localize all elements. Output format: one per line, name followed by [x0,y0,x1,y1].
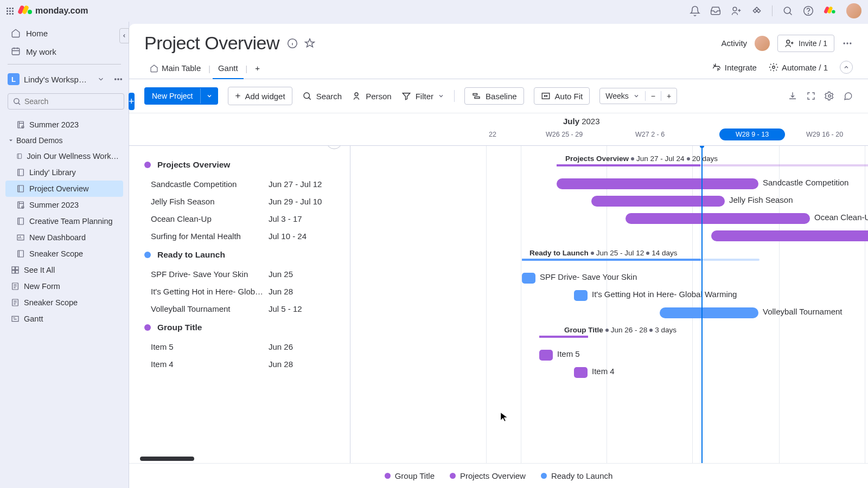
search-button[interactable]: Search [302,91,342,101]
gantt-bar[interactable] [539,350,553,361]
tree-item[interactable]: Join Our Wellness Work… [5,148,123,164]
svg-point-31 [773,66,775,69]
svg-rect-19 [12,267,15,269]
collapse-header-button[interactable] [840,61,853,74]
export-icon[interactable] [788,91,797,101]
week-label: W28 9 - 13 [719,129,785,140]
info-icon[interactable] [287,38,298,49]
filter-button[interactable]: Filter [401,91,444,101]
settings-icon[interactable] [825,91,834,101]
tree-item[interactable]: Creative Team Planning [5,213,123,229]
task-row[interactable]: Ocean Clean-UpJul 3 - 17 [129,210,350,227]
integrate-button[interactable]: Integrate [712,62,757,72]
svg-rect-25 [12,316,18,321]
gantt-bar[interactable] [711,230,868,241]
gantt-bar[interactable] [660,307,758,318]
tree-item[interactable]: Project Overview [5,181,123,197]
today-line [701,146,703,463]
group-row[interactable]: Projects Overview [129,155,350,175]
tab-separator: | [244,65,250,73]
task-row[interactable]: Item 5Jun 26 [129,338,350,355]
group-color-dot [144,324,151,331]
add-widget-button[interactable]: +Add widget [228,87,292,105]
workspace-menu-icon[interactable] [113,74,123,84]
help-icon[interactable] [803,5,814,16]
task-row[interactable]: Surfing for Mental HealthJul 10 - 24 [129,227,350,245]
task-row[interactable]: Volleyball TournamentJul 5 - 12 [129,300,350,317]
invite-members-icon[interactable] [731,5,742,16]
brand-logo[interactable]: monday.com [19,4,88,17]
inbox-icon[interactable] [710,5,721,16]
sidebar-collapse-button[interactable] [119,28,129,43]
activity-avatar[interactable] [755,36,770,51]
apps-icon[interactable] [751,5,762,16]
topbar: monday.com [0,0,868,22]
legend-item[interactable]: Group Title [385,471,435,480]
gantt-bar[interactable] [626,213,810,224]
svg-point-1 [784,7,790,14]
product-logo-icon[interactable] [825,5,835,16]
new-project-button[interactable]: New Project [144,87,218,105]
legend-item[interactable]: Ready to Launch [541,471,612,480]
gantt-bar[interactable] [557,178,758,189]
tree-item[interactable]: Summer 2023 [5,197,123,213]
gantt-bar[interactable] [574,367,588,378]
app-switcher-icon[interactable] [7,8,14,15]
new-project-dropdown[interactable] [200,88,218,104]
invite-button[interactable]: Invite / 1 [777,35,834,52]
add-view-button[interactable]: + [250,59,265,79]
tree-item-summer-2023-top[interactable]: Summer 2023 [5,117,123,133]
user-avatar[interactable] [846,3,861,18]
notifications-icon[interactable] [690,5,700,16]
autofit-button[interactable]: Auto Fit [534,87,590,105]
fullscreen-icon[interactable] [806,91,816,101]
sidebar-mywork[interactable]: My work [0,42,129,61]
star-icon[interactable] [304,38,315,49]
group-row[interactable]: Ready to Launch [129,245,350,265]
sidebar: Home My work L Lindy's Worksp… + Summer … [0,22,129,488]
tree-item-new-form[interactable]: New Form [5,278,123,294]
tree-group-board-demos[interactable]: Board Demos [5,133,123,148]
board-title[interactable]: Project Overview [144,33,279,54]
person-filter-button[interactable]: Person [352,91,392,101]
gantt-header: July 2023 22W26 25 - 29W27 2 - 6W28 9 - … [129,113,868,146]
tree-item[interactable]: New Dashboard [5,229,123,246]
gantt-bar[interactable] [591,196,725,207]
legend-item[interactable]: Projects Overview [450,471,526,480]
gantt-bar[interactable] [522,273,535,284]
task-row[interactable]: SPF Drive- Save Your SkinJun 25 [129,265,350,282]
task-row[interactable]: Item 4Jun 28 [129,355,350,373]
sidebar-search[interactable] [8,93,124,110]
gantt-bar-label: Sandcastle Competition [763,178,848,187]
zoom-unit-select[interactable]: Weeks [600,88,645,104]
search-icon[interactable] [782,5,793,16]
more-menu-icon[interactable] [842,38,853,49]
zoom-out-button[interactable]: − [646,88,661,104]
task-row[interactable]: Jelly Fish SeasonJun 29 - Jul 10 [129,192,350,210]
tree-item[interactable]: Sneaker Scope [5,246,123,262]
gantt-bar-label: SPF Drive- Save Your Skin [540,272,637,281]
svg-point-0 [733,7,737,11]
tree-item-gantt[interactable]: Gantt [5,311,123,327]
sidebar-search-input[interactable] [24,97,119,106]
task-row[interactable]: It's Getting Hot in Here- Glob…Jun 28 [129,282,350,300]
baseline-button[interactable]: Baseline [464,87,524,105]
gantt-body[interactable]: Projects OverviewSandcastle CompetitionJ… [129,146,868,463]
tree-item-see-it-all[interactable]: See It All [5,262,123,278]
tree-item[interactable]: Lindy' Library [5,164,123,181]
zoom-in-button[interactable]: + [661,88,676,104]
tab-main-table[interactable]: Main Table [144,59,206,79]
tree-item-sneaker-scope[interactable]: Sneaker Scope [5,294,123,311]
svg-rect-22 [16,271,18,273]
automate-button[interactable]: Automate / 1 [769,62,828,72]
horizontal-scrollbar[interactable] [140,457,346,461]
group-row[interactable]: Group Title [129,317,350,338]
workspace-selector[interactable]: L Lindy's Worksp… [0,70,129,88]
comment-icon[interactable] [843,91,853,101]
activity-link[interactable]: Activity [722,38,748,48]
gantt-bar[interactable] [574,290,588,301]
tab-gantt[interactable]: Gantt [213,59,244,79]
add-item-button[interactable]: + [129,93,135,110]
sidebar-home[interactable]: Home [0,24,129,42]
task-row[interactable]: Sandcastle CompetitionJun 27 - Jul 12 [129,175,350,192]
